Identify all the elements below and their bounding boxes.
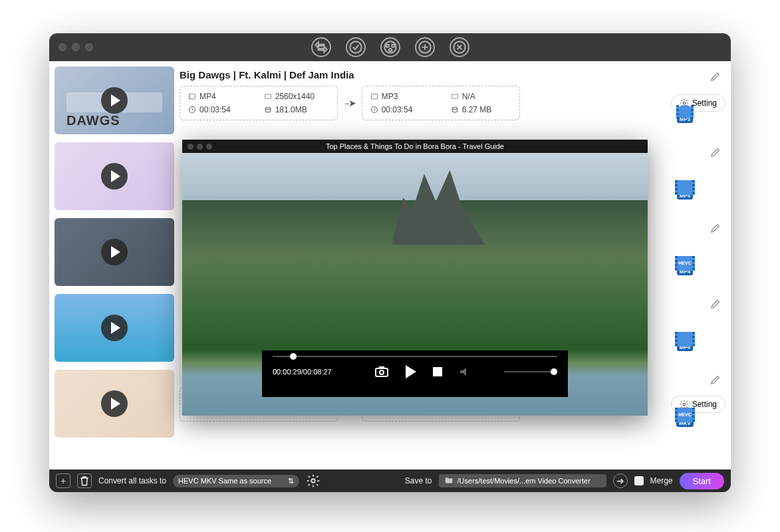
video-thumbnail[interactable] [55, 142, 174, 210]
seek-bar[interactable] [273, 356, 557, 357]
video-thumbnail[interactable] [55, 218, 174, 286]
merge-checkbox[interactable] [634, 476, 644, 485]
chevron-updown-icon: ⇅ [288, 477, 294, 485]
save-path-field[interactable]: /Users/test/Movies/...em Video Converter [439, 474, 606, 487]
merge-label: Merge [650, 476, 673, 485]
start-button[interactable]: Start [680, 473, 724, 489]
play-icon[interactable] [101, 239, 128, 265]
folder-icon [444, 476, 454, 485]
format-badge[interactable]: HEVCMP4 [671, 253, 699, 278]
close-icon[interactable] [59, 43, 66, 51]
svg-point-0 [350, 41, 361, 53]
pencil-icon[interactable] [710, 222, 721, 234]
download-tab-icon[interactable] [346, 37, 366, 57]
svg-point-3 [392, 45, 394, 47]
resolution-icon [264, 92, 272, 100]
delete-button[interactable] [77, 473, 92, 488]
film-add-tab-icon[interactable] [415, 37, 435, 57]
video-thumbnail[interactable] [55, 294, 174, 362]
volume-icon[interactable] [457, 364, 473, 380]
pencil-icon[interactable] [710, 70, 721, 82]
format-icon [188, 92, 196, 100]
stop-icon[interactable] [430, 364, 446, 380]
task-row: Big Dawgs | Ft. Kalmi | Def Jam India MP… [55, 66, 725, 138]
target-info-box: MP3 N/A 00:03:54 6.27 MB [362, 86, 520, 120]
svg-rect-9 [265, 94, 271, 98]
preset-settings-icon[interactable] [306, 473, 321, 488]
volume-slider[interactable] [504, 371, 557, 372]
play-icon[interactable] [402, 364, 418, 380]
time-display: 00:00:29/00:08:27 [273, 368, 332, 376]
pencil-icon[interactable] [710, 374, 721, 386]
film-x-tab-icon[interactable] [450, 37, 469, 57]
maximize-icon[interactable] [85, 43, 93, 51]
preset-select[interactable]: HEVC MKV Same as source ⇅ [173, 475, 299, 487]
player-controls: 00:00:29/00:08:27 [262, 350, 568, 397]
add-button[interactable]: + [56, 473, 70, 488]
svg-rect-12 [371, 94, 377, 99]
video-title: Big Dawgs | Ft. Kalmi | Def Jam India [180, 69, 725, 80]
format-badge[interactable]: MP3 [671, 101, 699, 126]
window-controls [49, 43, 93, 51]
svg-rect-8 [190, 94, 191, 99]
player-minimize-icon[interactable] [197, 144, 203, 150]
clock-icon [188, 106, 196, 114]
play-icon[interactable] [101, 163, 128, 190]
player-titlebar: Top Places & Things To Do in Bora Bora -… [182, 140, 648, 153]
seek-handle[interactable] [290, 353, 297, 360]
convert-all-label: Convert all tasks to [98, 476, 166, 485]
disk-icon [264, 106, 272, 114]
play-icon[interactable] [101, 87, 128, 114]
svg-point-11 [265, 107, 271, 109]
save-to-label: Save to [405, 476, 432, 485]
format-badge[interactable]: HEVCMKV [671, 404, 699, 430]
svg-point-4 [388, 49, 391, 51]
arrow-icon: ···➤ [344, 98, 355, 108]
format-badge[interactable]: MP4 [671, 177, 699, 202]
player-maximize-icon[interactable] [206, 144, 212, 150]
play-icon[interactable] [101, 390, 128, 417]
svg-rect-27 [376, 368, 388, 376]
pencil-icon[interactable] [710, 146, 721, 158]
svg-point-2 [386, 45, 388, 47]
minimize-icon[interactable] [72, 43, 80, 51]
svg-point-26 [311, 479, 315, 483]
source-info-box: MP4 2560x1440 00:03:54 181.0MB [180, 86, 338, 120]
pencil-icon[interactable] [710, 298, 721, 310]
play-icon[interactable] [101, 315, 128, 341]
app-window: Big Dawgs | Ft. Kalmi | Def Jam India MP… [49, 33, 731, 492]
player-title: Top Places & Things To Do in Bora Bora -… [326, 142, 504, 150]
video-thumbnail[interactable] [55, 370, 174, 438]
video-thumbnail[interactable] [55, 66, 174, 134]
video-preview-window: Top Places & Things To Do in Bora Bora -… [182, 140, 648, 416]
browse-folder-button[interactable]: ➜ [613, 473, 628, 488]
convert-tab-icon[interactable] [311, 37, 331, 57]
film-tab-icon[interactable] [380, 37, 400, 57]
volume-handle[interactable] [551, 368, 557, 375]
snapshot-icon[interactable] [374, 364, 390, 380]
format-badge[interactable]: MP4 [671, 329, 699, 354]
svg-rect-13 [452, 94, 457, 98]
player-close-icon[interactable] [188, 144, 194, 150]
top-toolbar [311, 37, 469, 57]
title-bar [49, 33, 731, 61]
video-canvas[interactable]: 00:00:29/00:08:27 [182, 153, 648, 416]
svg-point-15 [452, 107, 457, 109]
footer-bar: + Convert all tasks to HEVC MKV Same as … [49, 469, 731, 492]
svg-point-28 [380, 370, 384, 374]
